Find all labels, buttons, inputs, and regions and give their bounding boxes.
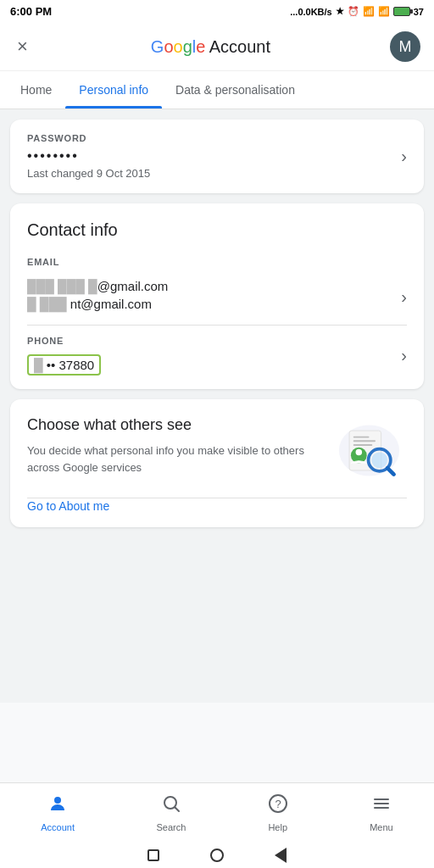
email-suffix-1: @gmail.com	[97, 279, 169, 293]
choose-illustration-svg	[333, 419, 405, 482]
contact-info-card: Contact info EMAIL ███ ███ █@gmail.com █…	[10, 203, 424, 389]
tab-bar: Home Personal info Data & personalisatio…	[0, 71, 434, 109]
password-subtext: Last changed 9 Oct 2015	[27, 167, 394, 180]
bluetooth-icon: ★	[336, 6, 344, 17]
phone-chevron-icon: ›	[401, 346, 407, 365]
recent-apps-icon	[147, 849, 159, 861]
svg-rect-2	[353, 436, 369, 437]
phone-highlighted: █ •• 37880	[27, 354, 101, 376]
email-label: EMAIL	[27, 257, 407, 267]
email-row[interactable]: ███ ███ █@gmail.com █ ███ nt@gmail.com ›	[27, 272, 407, 321]
contact-info-title: Contact info	[10, 203, 424, 247]
choose-section: Choose what others see You decide what p…	[10, 399, 424, 498]
menu-nav-label: Menu	[370, 822, 393, 832]
help-nav-icon: ?	[268, 793, 288, 819]
svg-line-12	[175, 808, 179, 812]
phone-section[interactable]: PHONE █ •• 37880 ›	[10, 326, 424, 389]
avatar-letter: M	[399, 38, 412, 56]
svg-point-8	[371, 452, 387, 468]
menu-nav-icon	[371, 793, 392, 819]
back-button[interactable]	[275, 848, 287, 863]
phone-value-wrapper: █ •• 37880	[27, 351, 394, 376]
choose-others-card: Choose what others see You decide what p…	[10, 399, 424, 527]
back-icon	[275, 848, 287, 863]
about-link-section: Go to About me	[10, 498, 424, 527]
account-title-word: Account	[209, 37, 270, 56]
svg-point-6	[355, 448, 362, 455]
tab-personal-info[interactable]: Personal info	[65, 71, 162, 108]
status-icons: ...0.0KB/s ★ ⏰ 📶 📶 37	[290, 6, 424, 17]
tab-home[interactable]: Home	[7, 71, 65, 108]
nav-item-menu[interactable]: Menu	[353, 790, 410, 836]
email-suffix-2: nt@gmail.com	[70, 297, 152, 311]
tab-data-personalisation-label: Data & personalisation	[175, 83, 295, 97]
wifi-icon: 📶	[378, 6, 390, 17]
nav-item-help[interactable]: ? Help	[251, 790, 305, 836]
home-icon	[210, 849, 224, 862]
status-time: 6:00 PM	[10, 5, 52, 18]
phone-visible: •• 37880	[47, 358, 94, 372]
svg-rect-15	[374, 798, 389, 800]
svg-rect-16	[374, 803, 389, 804]
system-nav-bar	[0, 843, 434, 868]
password-row[interactable]: PASSWORD •••••••• Last changed 9 Oct 201…	[10, 120, 424, 193]
svg-rect-3	[353, 440, 375, 442]
battery-icon	[393, 7, 410, 16]
email-values: ███ ███ █@gmail.com █ ███ nt@gmail.com	[27, 279, 394, 314]
help-nav-label: Help	[268, 822, 287, 832]
choose-description: You decide what personal info you make v…	[27, 442, 320, 476]
search-nav-label: Search	[156, 822, 186, 832]
password-value: ••••••••	[27, 148, 394, 164]
phone-info: PHONE █ •• 37880	[27, 336, 394, 376]
choose-illustration	[331, 416, 407, 484]
phone-blurred: █	[34, 358, 43, 372]
svg-line-9	[387, 468, 394, 475]
nav-item-search[interactable]: Search	[139, 790, 203, 836]
account-nav-icon	[47, 793, 68, 819]
password-info: PASSWORD •••••••• Last changed 9 Oct 201…	[27, 133, 394, 180]
choose-text: Choose what others see You decide what p…	[27, 416, 320, 484]
alarm-icon: ⏰	[348, 6, 359, 17]
main-content: PASSWORD •••••••• Last changed 9 Oct 201…	[0, 109, 434, 703]
email-chevron-icon: ›	[401, 287, 407, 307]
account-nav-label: Account	[41, 822, 75, 832]
avatar[interactable]: M	[390, 31, 420, 62]
email-item-2: █ ███ nt@gmail.com	[27, 297, 394, 311]
phone-label: PHONE	[27, 336, 394, 346]
tab-data-personalisation[interactable]: Data & personalisation	[162, 71, 309, 108]
email-blurred-1: ███ ███ █	[27, 279, 97, 293]
app-header: × Google Account M	[0, 23, 434, 71]
svg-text:?: ?	[275, 798, 281, 810]
email-blurred-2: █ ███	[27, 297, 70, 311]
tab-personal-info-label: Personal info	[79, 83, 148, 97]
email-item-1: ███ ███ █@gmail.com	[27, 279, 394, 293]
password-chevron-icon: ›	[401, 147, 407, 166]
home-button[interactable]	[210, 849, 224, 862]
close-button[interactable]: ×	[14, 32, 31, 61]
password-card: PASSWORD •••••••• Last changed 9 Oct 201…	[10, 120, 424, 193]
svg-point-10	[54, 797, 61, 804]
signal-text: ...0.0KB/s	[290, 7, 332, 17]
recent-apps-button[interactable]	[147, 849, 159, 861]
app-title: Google Account	[151, 37, 270, 57]
nav-item-account[interactable]: Account	[24, 790, 92, 836]
signal-bars-icon: 📶	[363, 6, 375, 17]
email-section: EMAIL ███ ███ █@gmail.com █ ███ nt@gmail…	[10, 247, 424, 325]
about-me-link[interactable]: Go to About me	[27, 499, 109, 513]
svg-rect-17	[374, 807, 389, 809]
tab-home-label: Home	[20, 83, 52, 97]
battery-percent: 37	[414, 7, 424, 17]
bottom-nav: Account Search ? Help Menu	[0, 782, 434, 843]
search-nav-icon	[161, 793, 181, 819]
choose-title: Choose what others see	[27, 416, 320, 434]
password-label: PASSWORD	[27, 133, 394, 143]
svg-rect-4	[353, 444, 372, 446]
status-bar: 6:00 PM ...0.0KB/s ★ ⏰ 📶 📶 37	[0, 0, 434, 23]
